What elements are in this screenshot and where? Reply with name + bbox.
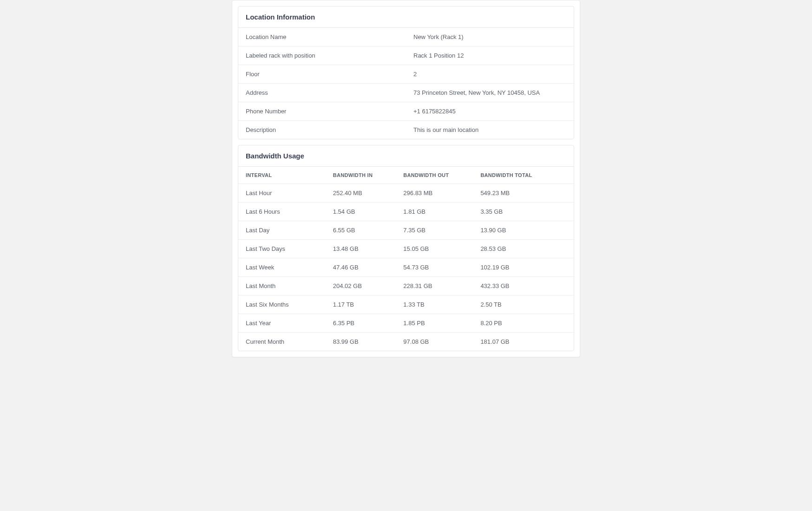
table-row: Last 6 Hours 1.54 GB 1.81 GB 3.35 GB	[238, 203, 574, 221]
info-label: Labeled rack with position	[238, 46, 406, 65]
info-row: Description This is our main location	[238, 121, 574, 139]
main-panel: Location Information Location Name New Y…	[232, 0, 580, 357]
cell-interval: Last Year	[238, 314, 326, 333]
cell-total: 181.07 GB	[473, 333, 574, 351]
info-value: New York (Rack 1)	[406, 28, 574, 46]
cell-in: 204.02 GB	[326, 277, 396, 295]
cell-interval: Last 6 Hours	[238, 203, 326, 221]
bandwidth-usage-title: Bandwidth Usage	[246, 152, 566, 160]
location-info-table: Location Name New York (Rack 1) Labeled …	[238, 28, 574, 139]
col-interval: INTERVAL	[238, 167, 326, 184]
info-row: Phone Number +1 6175822845	[238, 102, 574, 121]
cell-in: 1.54 GB	[326, 203, 396, 221]
cell-interval: Last Month	[238, 277, 326, 295]
location-info-title: Location Information	[246, 13, 566, 21]
info-value: This is our main location	[406, 121, 574, 139]
table-row: Current Month 83.99 GB 97.08 GB 181.07 G…	[238, 333, 574, 351]
cell-in: 252.40 MB	[326, 184, 396, 203]
cell-interval: Current Month	[238, 333, 326, 351]
cell-total: 28.53 GB	[473, 240, 574, 258]
cell-out: 296.83 MB	[396, 184, 473, 203]
info-label: Floor	[238, 65, 406, 84]
info-row: Location Name New York (Rack 1)	[238, 28, 574, 46]
info-value: +1 6175822845	[406, 102, 574, 121]
info-label: Phone Number	[238, 102, 406, 121]
cell-in: 13.48 GB	[326, 240, 396, 258]
cell-out: 1.33 TB	[396, 295, 473, 314]
cell-total: 13.90 GB	[473, 221, 574, 240]
cell-in: 1.17 TB	[326, 295, 396, 314]
bandwidth-usage-table: INTERVAL BANDWIDTH IN BANDWIDTH OUT BAND…	[238, 167, 574, 351]
cell-in: 6.35 PB	[326, 314, 396, 333]
info-value: 73 Princeton Street, New York, NY 10458,…	[406, 84, 574, 102]
col-bandwidth-out: BANDWIDTH OUT	[396, 167, 473, 184]
cell-in: 83.99 GB	[326, 333, 396, 351]
cell-in: 47.46 GB	[326, 258, 396, 277]
bandwidth-usage-card: Bandwidth Usage INTERVAL BANDWIDTH IN BA…	[238, 145, 574, 351]
cell-out: 97.08 GB	[396, 333, 473, 351]
table-row: Last Hour 252.40 MB 296.83 MB 549.23 MB	[238, 184, 574, 203]
bandwidth-usage-header: Bandwidth Usage	[238, 145, 574, 167]
cell-out: 15.05 GB	[396, 240, 473, 258]
table-row: Last Year 6.35 PB 1.85 PB 8.20 PB	[238, 314, 574, 333]
cell-total: 3.35 GB	[473, 203, 574, 221]
cell-total: 2.50 TB	[473, 295, 574, 314]
table-header-row: INTERVAL BANDWIDTH IN BANDWIDTH OUT BAND…	[238, 167, 574, 184]
location-info-card: Location Information Location Name New Y…	[238, 6, 574, 139]
info-row: Labeled rack with position Rack 1 Positi…	[238, 46, 574, 65]
cell-interval: Last Six Months	[238, 295, 326, 314]
cell-out: 228.31 GB	[396, 277, 473, 295]
info-value: Rack 1 Position 12	[406, 46, 574, 65]
info-row: Floor 2	[238, 65, 574, 84]
cell-interval: Last Hour	[238, 184, 326, 203]
cell-total: 432.33 GB	[473, 277, 574, 295]
cell-in: 6.55 GB	[326, 221, 396, 240]
cell-interval: Last Week	[238, 258, 326, 277]
cell-interval: Last Two Days	[238, 240, 326, 258]
info-row: Address 73 Princeton Street, New York, N…	[238, 84, 574, 102]
table-row: Last Day 6.55 GB 7.35 GB 13.90 GB	[238, 221, 574, 240]
cell-out: 1.85 PB	[396, 314, 473, 333]
table-row: Last Two Days 13.48 GB 15.05 GB 28.53 GB	[238, 240, 574, 258]
location-info-header: Location Information	[238, 7, 574, 28]
info-value: 2	[406, 65, 574, 84]
table-row: Last Month 204.02 GB 228.31 GB 432.33 GB	[238, 277, 574, 295]
info-label: Address	[238, 84, 406, 102]
cell-out: 7.35 GB	[396, 221, 473, 240]
info-label: Location Name	[238, 28, 406, 46]
col-bandwidth-total: BANDWIDTH TOTAL	[473, 167, 574, 184]
cell-total: 8.20 PB	[473, 314, 574, 333]
col-bandwidth-in: BANDWIDTH IN	[326, 167, 396, 184]
table-row: Last Six Months 1.17 TB 1.33 TB 2.50 TB	[238, 295, 574, 314]
cell-total: 102.19 GB	[473, 258, 574, 277]
cell-interval: Last Day	[238, 221, 326, 240]
table-row: Last Week 47.46 GB 54.73 GB 102.19 GB	[238, 258, 574, 277]
cell-total: 549.23 MB	[473, 184, 574, 203]
cell-out: 1.81 GB	[396, 203, 473, 221]
cell-out: 54.73 GB	[396, 258, 473, 277]
info-label: Description	[238, 121, 406, 139]
